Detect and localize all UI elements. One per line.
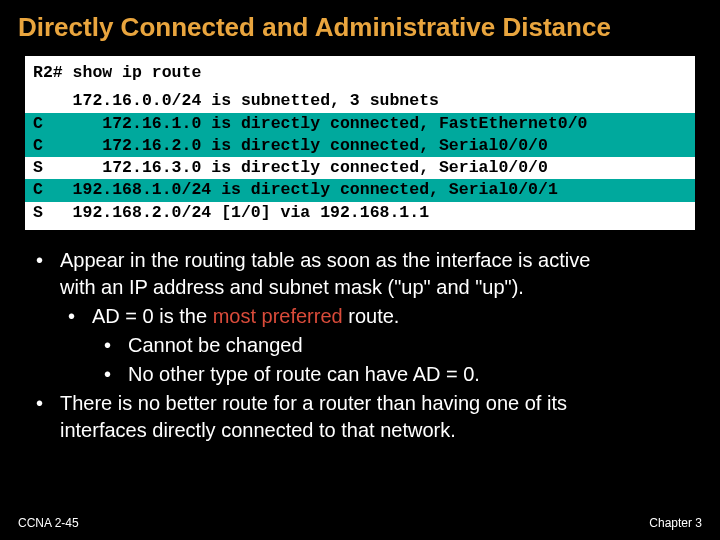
route-row: C 172.16.2.0 is directly connected, Seri…: [25, 135, 695, 157]
route-row: C 172.16.1.0 is directly connected, Fast…: [25, 113, 695, 135]
bullet-text: interfaces directly connected to that ne…: [60, 419, 456, 441]
bullet-text: Appear in the routing table as soon as t…: [60, 249, 590, 271]
bullet-item: There is no better route for a router th…: [36, 390, 692, 444]
route-row: S 172.16.3.0 is directly connected, Seri…: [25, 157, 695, 179]
slide-title: Directly Connected and Administrative Di…: [0, 0, 720, 53]
route-row: 172.16.0.0/24 is subnetted, 3 subnets: [25, 90, 695, 112]
bullet-item: No other type of route can have AD = 0.: [104, 361, 692, 388]
bullet-text: route.: [343, 305, 400, 327]
route-row: S 192.168.2.0/24 [1/0] via 192.168.1.1: [25, 202, 695, 224]
bullet-item: Cannot be changed: [104, 332, 692, 359]
emphasis-text: most preferred: [213, 305, 343, 327]
footer-right: Chapter 3: [649, 516, 702, 530]
route-row: C 192.168.1.0/24 is directly connected, …: [25, 179, 695, 201]
bullet-item: AD = 0 is the most preferred route.: [68, 303, 692, 330]
bullet-text: There is no better route for a router th…: [60, 392, 567, 414]
command-line: R2# show ip route: [25, 62, 695, 90]
footer-left: CCNA 2-45: [18, 516, 79, 530]
route-table: 172.16.0.0/24 is subnetted, 3 subnets C …: [25, 90, 695, 224]
bullet-list: Appear in the routing table as soon as t…: [0, 247, 720, 444]
terminal-output: R2# show ip route 172.16.0.0/24 is subne…: [22, 53, 698, 233]
slide-footer: CCNA 2-45 Chapter 3: [18, 516, 702, 530]
bullet-text: with an IP address and subnet mask ("up"…: [60, 276, 524, 298]
bullet-text: AD = 0 is the: [92, 305, 213, 327]
bullet-item: Appear in the routing table as soon as t…: [36, 247, 692, 301]
bullet-text: No other type of route can have AD = 0.: [128, 363, 480, 385]
bullet-text: Cannot be changed: [128, 334, 303, 356]
